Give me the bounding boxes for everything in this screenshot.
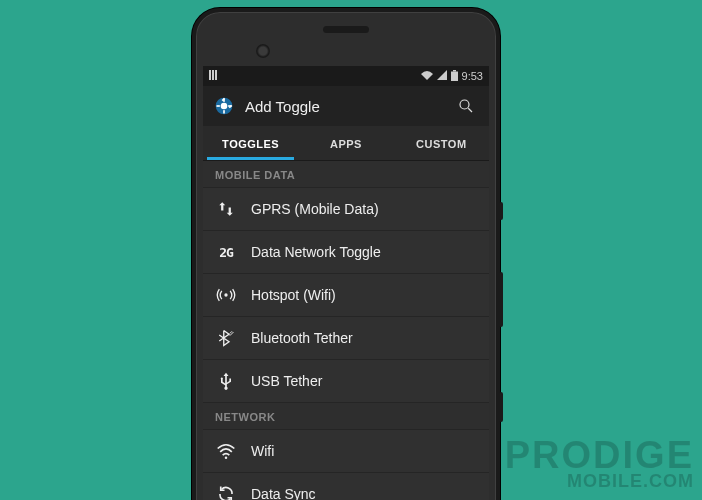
list-item-label: Wifi xyxy=(251,443,274,459)
hotspot-icon xyxy=(215,284,237,306)
cell-signal-icon xyxy=(437,70,447,82)
list-item-wifi[interactable]: Wifi xyxy=(203,430,489,473)
svg-point-15 xyxy=(224,293,227,296)
tab-toggles[interactable]: TOGGLES xyxy=(203,126,298,160)
svg-point-16 xyxy=(225,456,228,459)
phone-camera xyxy=(256,44,270,58)
svg-rect-4 xyxy=(451,71,458,81)
battery-icon xyxy=(451,70,458,83)
bluetooth-tether-icon xyxy=(215,327,237,349)
notification-icon xyxy=(209,70,219,82)
page-title: Add Toggle xyxy=(245,98,443,115)
watermark-line1: PRODIGE xyxy=(505,434,694,477)
side-button xyxy=(499,202,503,220)
search-button[interactable] xyxy=(453,93,479,119)
svg-line-14 xyxy=(468,108,472,112)
usb-icon xyxy=(215,370,237,392)
phone-screen: 9:53 Add Toggle TOGGLES APPS CUSTOM MOBI… xyxy=(203,66,489,500)
list-item-data-sync[interactable]: Data Sync xyxy=(203,473,489,500)
section-header-mobile-data: MOBILE DATA xyxy=(203,161,489,188)
app-icon xyxy=(213,95,235,117)
2g-icon: 2G xyxy=(215,241,237,263)
list-item-bluetooth-tether[interactable]: Bluetooth Tether xyxy=(203,317,489,360)
svg-rect-2 xyxy=(215,70,217,80)
svg-rect-0 xyxy=(209,70,211,80)
side-button xyxy=(499,392,503,422)
app-bar: Add Toggle xyxy=(203,86,489,126)
list-item-hotspot[interactable]: Hotspot (Wifi) xyxy=(203,274,489,317)
data-arrows-icon xyxy=(215,198,237,220)
list-item-gprs[interactable]: GPRS (Mobile Data) xyxy=(203,188,489,231)
svg-rect-3 xyxy=(453,70,456,72)
list-item-label: Hotspot (Wifi) xyxy=(251,287,336,303)
phone-frame: 9:53 Add Toggle TOGGLES APPS CUSTOM MOBI… xyxy=(192,8,500,500)
list-item-label: Data Sync xyxy=(251,486,316,500)
list-item-label: GPRS (Mobile Data) xyxy=(251,201,379,217)
status-bar: 9:53 xyxy=(203,66,489,86)
list-item-label: Data Network Toggle xyxy=(251,244,381,260)
section-header-network: NETWORK xyxy=(203,403,489,430)
list-item-data-network[interactable]: 2G Data Network Toggle xyxy=(203,231,489,274)
watermark-line2: MOBILE.COM xyxy=(505,471,694,492)
list-item-label: USB Tether xyxy=(251,373,322,389)
tab-apps[interactable]: APPS xyxy=(298,126,393,160)
search-icon xyxy=(457,97,475,115)
tab-bar: TOGGLES APPS CUSTOM xyxy=(203,126,489,161)
list-item-label: Bluetooth Tether xyxy=(251,330,353,346)
svg-point-13 xyxy=(460,100,469,109)
list-item-usb-tether[interactable]: USB Tether xyxy=(203,360,489,403)
tab-custom[interactable]: CUSTOM xyxy=(394,126,489,160)
wifi-signal-icon xyxy=(421,70,433,82)
svg-rect-1 xyxy=(212,70,214,80)
svg-rect-9 xyxy=(217,105,220,107)
phone-speaker xyxy=(323,26,369,33)
side-button xyxy=(499,272,503,327)
svg-rect-8 xyxy=(223,110,225,113)
sync-icon xyxy=(215,483,237,500)
svg-point-6 xyxy=(221,103,228,110)
status-time: 9:53 xyxy=(462,70,483,82)
wifi-icon xyxy=(215,440,237,462)
watermark: PRODIGE MOBILE.COM xyxy=(505,434,694,492)
